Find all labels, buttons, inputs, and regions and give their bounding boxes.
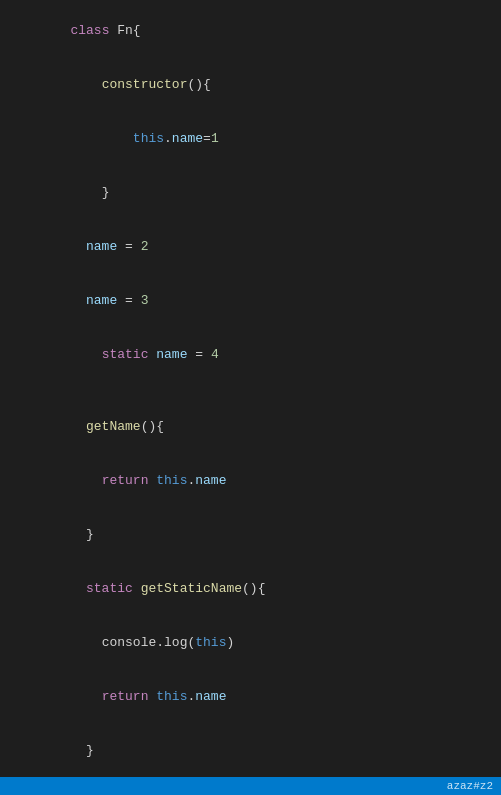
code-content: }	[8, 166, 493, 220]
code-block-1: class Fn{ constructor(){ this.name=1 } n…	[0, 0, 501, 795]
code-content: }	[8, 724, 493, 778]
code-line: constructor(){	[0, 58, 501, 112]
code-line: }	[0, 166, 501, 220]
code-content: return this.name	[8, 454, 493, 508]
code-content: static name = 4	[8, 328, 493, 382]
code-line: static name = 4	[0, 328, 501, 382]
code-line: name = 3	[0, 274, 501, 328]
code-line	[0, 382, 501, 400]
code-content: static getStaticName(){	[8, 562, 493, 616]
bottom-info-text: azaz#z2	[447, 780, 493, 792]
code-content: this.name=1	[8, 112, 493, 166]
code-line: getName(){	[0, 400, 501, 454]
code-content	[8, 382, 493, 400]
code-line: }	[0, 508, 501, 562]
code-content: getName(){	[8, 400, 493, 454]
code-line: this.name=1	[0, 112, 501, 166]
code-content: class Fn{	[8, 4, 493, 58]
code-content: name = 2	[8, 220, 493, 274]
code-line: return this.name	[0, 670, 501, 724]
code-line: class Fn{	[0, 4, 501, 58]
code-line: return this.name	[0, 454, 501, 508]
code-content: }	[8, 508, 493, 562]
bottom-bar: azaz#z2	[0, 777, 501, 795]
code-content: name = 3	[8, 274, 493, 328]
code-content: constructor(){	[8, 58, 493, 112]
code-content: console.log(this)	[8, 616, 493, 670]
code-line: name = 2	[0, 220, 501, 274]
code-line: }	[0, 724, 501, 778]
console-container: class Fn{ constructor(){ this.name=1 } n…	[0, 0, 501, 795]
code-line: static getStaticName(){	[0, 562, 501, 616]
code-line: console.log(this)	[0, 616, 501, 670]
code-content: return this.name	[8, 670, 493, 724]
